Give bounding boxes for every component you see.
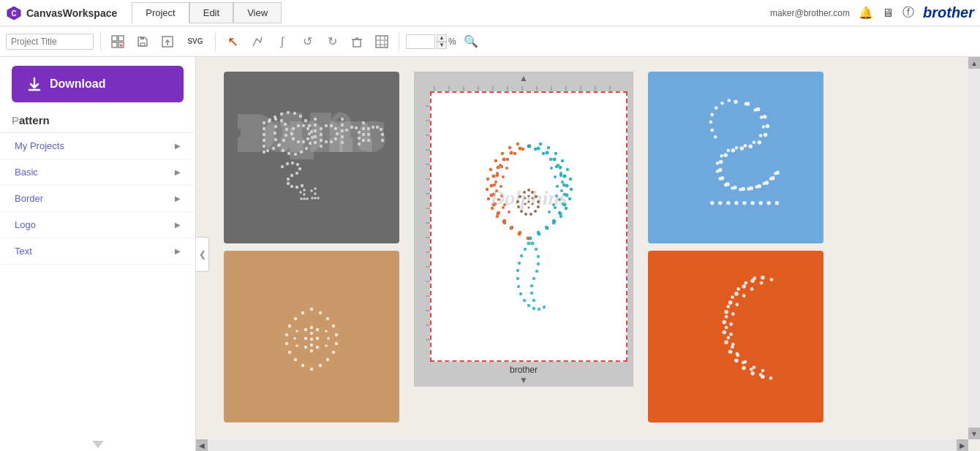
zoom-input[interactable]: 25 [406, 34, 435, 49]
svg-point-223 [510, 226, 513, 229]
svg-point-122 [303, 193, 306, 196]
download-button[interactable]: Download [12, 66, 184, 102]
sidebar-item-text-label: Text [15, 246, 32, 257]
scroll-left-button[interactable]: ◀ [196, 439, 208, 451]
svg-point-141 [310, 368, 313, 371]
redo-button[interactable]: ↻ [322, 31, 342, 52]
scroll-down-icon [92, 441, 104, 448]
vertical-scrollbar[interactable]: ▲ ▼ [968, 57, 980, 439]
logo-area: C CanvasWorkspace [6, 5, 117, 21]
football-dots [285, 308, 338, 371]
scroll-right-button[interactable]: ▶ [957, 439, 968, 451]
select-tool-button[interactable]: ↖ [222, 31, 243, 52]
svg-point-274 [539, 143, 542, 145]
svg-point-263 [542, 152, 545, 155]
svg-point-55 [282, 139, 285, 142]
svg-point-305 [523, 299, 526, 302]
svg-point-68 [290, 132, 293, 135]
svg-rect-8 [140, 43, 145, 46]
sidebar-item-text[interactable]: Text ▶ [0, 238, 195, 265]
svg-point-40 [274, 138, 277, 141]
zoom-up-button[interactable]: ▲ [437, 34, 447, 42]
svg-point-297 [527, 242, 531, 246]
export-button[interactable] [157, 31, 178, 52]
svg-point-278 [566, 168, 569, 171]
svg-point-97 [362, 127, 365, 130]
add-grid-button[interactable] [108, 31, 128, 52]
svg-point-397 [769, 177, 773, 181]
svg-point-379 [753, 108, 757, 112]
svg-point-349 [731, 148, 736, 153]
svg-point-73 [314, 141, 317, 144]
node-edit-button[interactable] [247, 31, 268, 52]
svg-point-390 [718, 177, 722, 181]
scroll-down-button[interactable]: ▼ [968, 428, 980, 439]
svg-point-308 [538, 308, 540, 311]
svg-point-123 [303, 197, 306, 200]
sidebar-item-my-projects[interactable]: My Projects ▶ [0, 133, 195, 159]
undo-button[interactable]: ↺ [297, 31, 317, 52]
project-title-input[interactable] [6, 34, 94, 50]
tab-edit[interactable]: Edit [189, 2, 233, 23]
tile-orange-arc[interactable] [648, 251, 823, 422]
svg-point-214 [513, 152, 516, 155]
toolbar-sep-1 [100, 33, 101, 50]
sidebar-item-border[interactable]: Border ▶ [0, 186, 195, 212]
svg-rect-181 [420, 91, 430, 362]
sidebar-item-basic[interactable]: Basic ▶ [0, 159, 195, 186]
zoom-down-button[interactable]: ▼ [437, 42, 447, 49]
pen-tool-button[interactable]: ∫ [272, 31, 293, 52]
tile-blue-swirl[interactable] [648, 72, 823, 243]
grid-toggle-button[interactable] [372, 31, 392, 52]
svg-point-108 [281, 165, 284, 168]
svg-point-50 [274, 118, 277, 121]
horizontal-scrollbar[interactable]: ◀ ▶ [196, 439, 968, 451]
tab-view[interactable]: View [233, 2, 282, 23]
svg-point-285 [550, 167, 553, 170]
sidebar-item-logo[interactable]: Logo ▶ [0, 212, 195, 238]
svg-point-249 [537, 147, 540, 151]
svg-point-302 [516, 277, 519, 280]
zoom-search-button[interactable]: 🔍 [461, 31, 481, 52]
svg-point-72 [314, 135, 317, 138]
svg-point-88 [341, 135, 344, 138]
tab-project[interactable]: Project [132, 2, 189, 23]
doc-nav-down-button[interactable]: ▼ [519, 375, 528, 385]
svg-point-375 [758, 201, 763, 205]
svg-point-327 [529, 213, 532, 216]
tile-football[interactable] [224, 251, 399, 422]
svg-point-231 [486, 188, 489, 191]
svg-point-111 [296, 163, 299, 166]
sidebar: Download Pattern My Projects ▶ Basic ▶ B… [0, 57, 196, 451]
scroll-up-button[interactable]: ▲ [968, 57, 980, 69]
svg-point-344 [766, 124, 770, 129]
svg-point-221 [497, 211, 500, 214]
svg-point-335 [532, 197, 534, 200]
svg-point-434 [727, 336, 731, 340]
monitor-icon[interactable]: 🖥 [882, 7, 894, 20]
svg-point-322 [519, 195, 521, 198]
grid-icon [375, 35, 388, 48]
svg-point-264 [549, 158, 552, 161]
header-right: maker@brother.com 🔔 🖥 ⓕ brother [770, 4, 974, 21]
tile-dolphins-text[interactable]: Dolphins [224, 72, 399, 243]
heart-design-svg: Dolphins [434, 110, 624, 344]
svg-point-145 [335, 342, 338, 345]
sidebar-item-border-label: Border [15, 193, 43, 204]
svg-button[interactable]: SVG [182, 31, 208, 52]
save-button[interactable] [132, 31, 153, 52]
doc-nav-up-button[interactable]: ▲ [519, 73, 528, 83]
tiles-left-column: Dolphins [224, 72, 399, 422]
svg-point-155 [304, 328, 307, 331]
svg-point-426 [769, 376, 773, 380]
user-account[interactable]: maker@brother.com [770, 8, 850, 18]
svg-point-67 [292, 137, 295, 140]
delete-button[interactable] [347, 31, 367, 52]
svg-point-413 [770, 278, 774, 281]
sidebar-collapse-button[interactable]: ❮ [196, 237, 209, 272]
ruler-left-svg [420, 91, 430, 362]
svg-point-139 [294, 358, 297, 361]
social-icon[interactable]: ⓕ [902, 5, 914, 20]
notifications-icon[interactable]: 🔔 [859, 6, 873, 20]
svg-point-125 [306, 197, 309, 200]
